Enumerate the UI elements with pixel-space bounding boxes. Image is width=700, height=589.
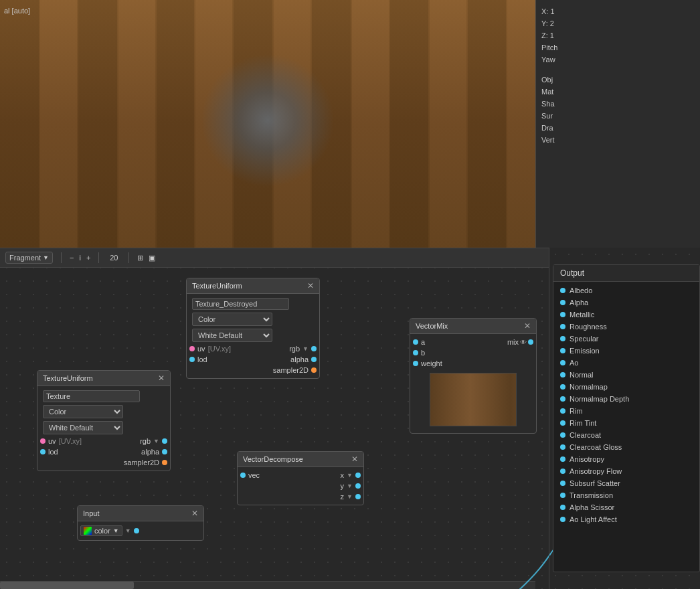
vector-decompose-header: VectorDecompose ✕ xyxy=(238,452,363,467)
white-default-select[interactable]: White Default xyxy=(192,329,272,342)
texture-name-input[interactable] xyxy=(192,298,289,310)
a-row: a mix 👁 xyxy=(410,337,536,347)
vectormix-close[interactable]: ✕ xyxy=(524,321,531,331)
plus-icon: + xyxy=(86,254,90,262)
output-item[interactable]: Alpha Scissor xyxy=(553,501,699,513)
vector-decompose-close[interactable]: ✕ xyxy=(351,454,358,464)
output-item[interactable]: Alpha xyxy=(553,297,699,309)
x-arrow: ▼ xyxy=(347,472,353,479)
input-close[interactable]: ✕ xyxy=(191,509,198,518)
grid-icon[interactable]: ⊞ xyxy=(137,254,143,262)
vertical-divider xyxy=(549,248,549,589)
output-item-label: Ao xyxy=(570,359,578,367)
output-item[interactable]: Clearcoat Gloss xyxy=(553,441,699,453)
output-item[interactable]: Subsurf Scatter xyxy=(553,477,699,489)
output-dot xyxy=(560,420,565,426)
viewport: al [auto] xyxy=(0,0,535,248)
stat-ver: Vert xyxy=(541,134,695,146)
output-item-label: Ao Light Affect xyxy=(570,515,617,523)
texture-uniform-2-close[interactable]: ✕ xyxy=(158,373,165,383)
output-item[interactable]: Normalmap xyxy=(553,381,699,393)
output-item[interactable]: Specular xyxy=(553,333,699,345)
color-field[interactable]: color ▼ xyxy=(80,525,122,536)
input-body: color ▼ ▼ xyxy=(78,521,203,540)
texture-uniform-2-node: TextureUniform ✕ Color White Default uv … xyxy=(37,370,171,471)
output-dot xyxy=(560,324,565,329)
stat-x: X: 1 xyxy=(541,5,695,17)
output-item[interactable]: Clearcoat xyxy=(553,429,699,441)
weight-row: weight xyxy=(410,358,536,369)
output-panel: Output AlbedoAlphaMetallicRoughnessSpecu… xyxy=(553,264,700,572)
output-dot xyxy=(560,312,565,317)
uv-label: uv xyxy=(197,345,205,353)
output-item[interactable]: Albedo xyxy=(553,284,699,297)
output-item[interactable]: Anisotropy xyxy=(553,453,699,465)
y-label: y xyxy=(341,482,345,490)
output-item[interactable]: Rim Tint xyxy=(553,417,699,429)
output-item[interactable]: Anisotropy Flow xyxy=(553,465,699,477)
a-input-dot xyxy=(413,339,418,345)
output-item[interactable]: Normalmap Depth xyxy=(553,393,699,405)
output-item-label: Transmission xyxy=(570,491,613,499)
color-select[interactable]: Color xyxy=(192,313,272,326)
output-item[interactable]: Ao xyxy=(553,357,699,369)
texture2-name-input[interactable] xyxy=(43,390,140,402)
output-item-label: Rim xyxy=(570,407,583,415)
input-node: Input ✕ color ▼ ▼ xyxy=(77,505,204,541)
viewport-label: al [auto] xyxy=(0,5,34,16)
output-item-label: Roughness xyxy=(570,323,607,331)
info-icon: i xyxy=(79,254,80,262)
stat-dra: Dra xyxy=(541,122,695,134)
texture-uniform-1-close[interactable]: ✕ xyxy=(307,281,314,290)
scrollbar-thumb[interactable] xyxy=(0,582,134,589)
crack-damage-area xyxy=(201,54,335,187)
wood-thumbnail xyxy=(430,373,517,426)
node-toolbar: Fragment ▼ − i + 20 ⊞ ▣ xyxy=(0,248,549,268)
output-item-label: Metallic xyxy=(570,311,594,319)
output-item[interactable]: Emission xyxy=(553,345,699,357)
zoom-out-button[interactable]: − xyxy=(70,254,74,262)
output-dot xyxy=(560,505,565,510)
output-item[interactable]: Transmission xyxy=(553,489,699,501)
color-select-field: Color xyxy=(187,311,319,327)
color2-select[interactable]: Color xyxy=(43,405,123,418)
output-item[interactable]: Roughness xyxy=(553,321,699,333)
horizontal-scrollbar[interactable] xyxy=(0,581,535,589)
texture-uniform-1-body: Color White Default uv [UV.xy] rgb ▼ lo xyxy=(187,294,319,378)
eye-icon[interactable]: 👁 xyxy=(520,339,527,346)
weight-input-dot xyxy=(413,361,418,366)
output-dot xyxy=(560,288,565,293)
color-output-dot xyxy=(134,528,139,533)
frame-icon[interactable]: ▣ xyxy=(149,254,155,262)
lod-row: lod alpha xyxy=(187,354,319,365)
white2-default-select[interactable]: White Default xyxy=(43,421,123,434)
grid-layout-icon: ⊞ xyxy=(137,254,143,262)
output-item-label: Anisotropy Flow xyxy=(570,467,622,475)
output-item[interactable]: Metallic xyxy=(553,309,699,321)
zoom-value: 20 xyxy=(107,254,120,262)
output-item[interactable]: Rim xyxy=(553,405,699,417)
output-item-label: Clearcoat Gloss xyxy=(570,443,622,451)
output-item-label: Emission xyxy=(570,347,600,355)
zoom-in-button[interactable]: + xyxy=(86,254,90,262)
output-item[interactable]: Normal xyxy=(553,369,699,381)
alpha-output-dot xyxy=(311,357,317,362)
output-item[interactable]: Ao Light Affect xyxy=(553,513,699,525)
rgb2-output-dot xyxy=(162,438,167,444)
output-dot xyxy=(560,469,565,474)
chevron-icon: ▼ xyxy=(113,527,119,534)
output-item-label: Specular xyxy=(570,335,598,343)
z-row: z ▼ xyxy=(238,491,363,502)
info-button[interactable]: i xyxy=(79,254,80,262)
mix-label: mix xyxy=(507,338,519,346)
input-title: Input xyxy=(83,509,99,517)
output-dot xyxy=(560,493,565,498)
z-label: z xyxy=(341,493,345,501)
input-header: Input ✕ xyxy=(78,506,203,521)
fragment-dropdown[interactable]: Fragment ▼ xyxy=(5,252,53,264)
a-label: a xyxy=(421,338,425,346)
toolbar-sep-2 xyxy=(98,252,99,263)
color-label: color xyxy=(94,527,110,535)
frame-layout-icon: ▣ xyxy=(149,254,155,262)
sampler2-row: sampler2D xyxy=(37,457,170,468)
